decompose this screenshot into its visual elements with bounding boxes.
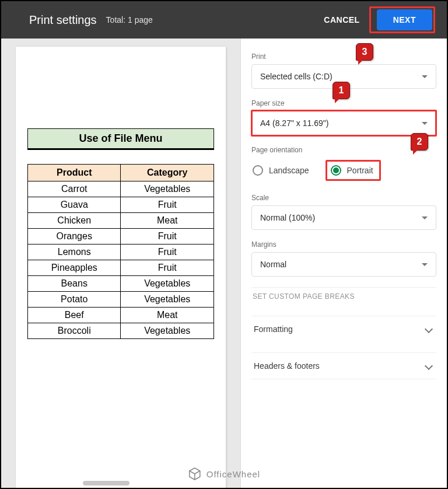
table-row: GuavaFruit [28,197,214,213]
margins-select[interactable]: Normal [251,252,436,277]
logo-icon [188,467,202,481]
table-cell: Beef [28,308,121,323]
paper-size-value: A4 (8.27" x 11.69") [260,118,328,128]
table-cell: Broccoli [28,323,121,339]
dropdown-icon [422,122,428,125]
table-row: BroccoliVegetables [28,323,214,339]
table-cell: Vegetables [121,292,214,308]
preview-pane: Use of File Menu ProductCategory CarrotV… [1,39,240,488]
paper-size-select[interactable]: A4 (8.27" x 11.69") [251,111,436,135]
table-cell: Lemons [28,244,121,260]
table-cell: Vegetables [121,181,214,197]
formatting-label: Formatting [254,324,293,334]
cancel-button[interactable]: CANCEL [314,11,369,29]
chevron-down-icon [425,325,433,333]
table-cell: Vegetables [121,323,214,339]
table-row: CarrotVegetables [28,181,214,197]
headers-footers-expander[interactable]: Headers & footers [251,352,436,379]
column-header: Product [28,165,121,181]
preview-scrollbar[interactable] [83,481,130,485]
table-row: OrangesFruit [28,229,214,244]
sheet-title: Use of File Menu [27,128,214,150]
column-header: Category [121,165,214,181]
set-custom-page-breaks-link[interactable]: SET CUSTOM PAGE BREAKS [251,287,436,305]
table-cell: Potato [28,292,121,308]
dropdown-icon [422,216,428,219]
watermark: OfficeWheel [188,467,260,481]
table-row: ChickenMeat [28,213,214,229]
callout-3: 3 [356,43,373,61]
callout-1: 1 [332,82,350,99]
orientation-portrait-label: Portrait [347,166,373,175]
table-cell: Fruit [121,244,214,260]
table-cell: Vegetables [121,276,214,292]
next-button-highlight: NEXT [369,6,435,33]
radio-icon [253,165,263,176]
orientation-portrait-highlight: Portrait [326,160,381,181]
next-button[interactable]: NEXT [377,9,432,30]
scale-label: Scale [251,194,436,202]
orientation-label: Page orientation [251,146,436,154]
orientation-landscape-label: Landscape [269,166,309,175]
table-cell: Oranges [28,229,121,244]
orientation-portrait-radio[interactable]: Portrait [331,165,373,176]
table-cell: Beans [28,276,121,292]
table-cell: Meat [121,308,214,323]
table-cell: Guava [28,197,121,213]
margins-label: Margins [251,240,436,249]
table-row: BeefMeat [28,308,214,323]
headers-footers-label: Headers & footers [254,361,320,371]
dropdown-icon [422,263,428,266]
table-cell: Fruit [121,229,214,244]
header-bar: Print settings Total: 1 page CANCEL NEXT [1,1,447,39]
settings-pane: Print Selected cells (C:D) Paper size A4… [240,39,447,488]
margins-value: Normal [260,260,286,269]
print-label: Print [251,53,436,61]
table-cell: Fruit [121,260,214,276]
chevron-down-icon [425,362,433,370]
table-cell: Meat [121,213,214,229]
preview-table: ProductCategory CarrotVegetablesGuavaFru… [27,164,214,339]
table-cell: Carrot [28,181,121,197]
page-title: Print settings [29,13,97,27]
table-row: LemonsFruit [28,244,214,260]
paper-size-label: Paper size [251,99,436,107]
table-row: PotatoVegetables [28,292,214,308]
callout-2: 2 [411,133,428,151]
dropdown-icon [422,75,428,78]
table-cell: Chicken [28,213,121,229]
print-range-value: Selected cells (C:D) [260,72,332,81]
formatting-expander[interactable]: Formatting [251,316,436,342]
scale-value: Normal (100%) [260,213,315,222]
orientation-landscape-radio[interactable]: Landscape [253,165,309,176]
table-row: PineapplesFruit [28,260,214,276]
table-cell: Pineapples [28,260,121,276]
table-row: BeansVegetables [28,276,214,292]
table-cell: Fruit [121,197,214,213]
watermark-text: OfficeWheel [206,469,260,479]
page-subtitle: Total: 1 page [106,15,153,25]
radio-icon [331,165,341,176]
scale-select[interactable]: Normal (100%) [251,205,436,230]
preview-page: Use of File Menu ProductCategory CarrotV… [16,47,226,489]
